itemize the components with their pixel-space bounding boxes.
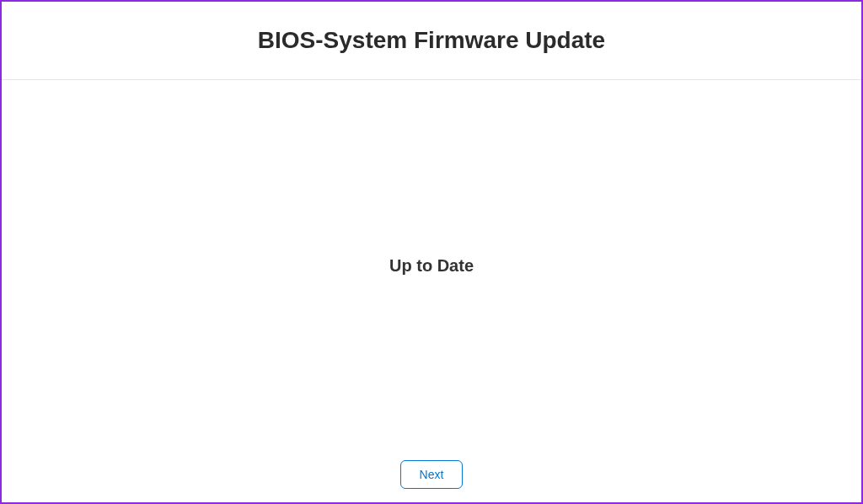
status-message: Up to Date — [389, 256, 474, 276]
page-title: BIOS-System Firmware Update — [2, 27, 861, 54]
footer: Next — [2, 452, 861, 502]
next-button[interactable]: Next — [400, 460, 464, 489]
window-frame: BIOS-System Firmware Update Up to Date N… — [0, 0, 863, 504]
header: BIOS-System Firmware Update — [2, 2, 861, 80]
content-area: Up to Date — [2, 80, 861, 452]
